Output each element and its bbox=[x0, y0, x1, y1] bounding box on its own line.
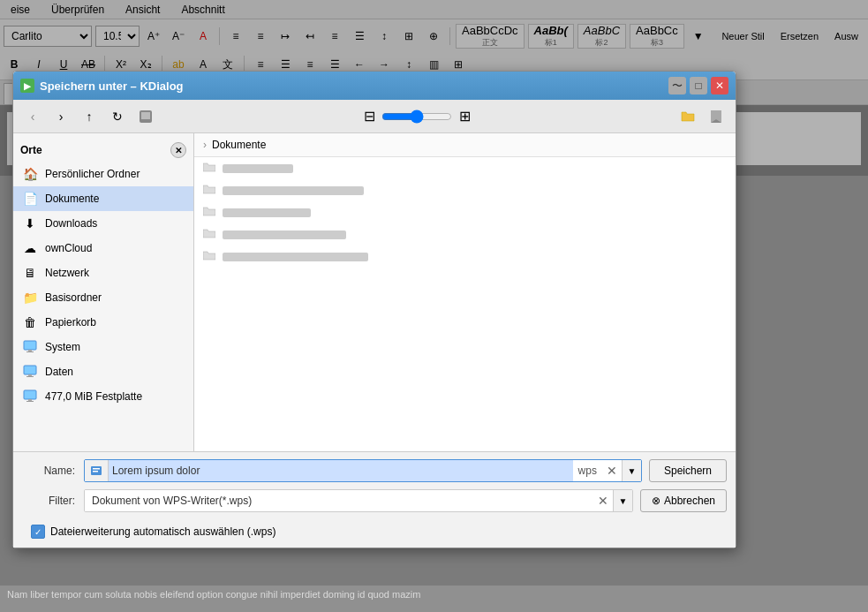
cancel-icon: ⊗ bbox=[652, 495, 660, 507]
sidebar-item-documents[interactable]: 📄 Dokumente bbox=[13, 186, 193, 211]
folder-icon-1 bbox=[203, 184, 215, 197]
sidebar-item-trash[interactable]: 🗑 Papierkorb bbox=[13, 310, 193, 335]
downloads-icon: ⬇ bbox=[22, 215, 38, 231]
zoom-slider-container: ⊟ ⊞ bbox=[162, 108, 672, 125]
dialog-title-text: Speichern unter – KDialog bbox=[40, 79, 184, 93]
data-icon bbox=[22, 364, 38, 380]
dialog-title-controls: 〜 □ ✕ bbox=[668, 77, 728, 94]
folder-icon-2 bbox=[203, 206, 215, 219]
new-folder-btn[interactable] bbox=[676, 104, 700, 129]
sidebar-item-home[interactable]: 🏠 Persönlicher Ordner bbox=[13, 162, 193, 186]
save-button[interactable]: Speichern bbox=[649, 459, 727, 482]
zoom-in-btn[interactable]: ⊞ bbox=[456, 108, 473, 125]
file-name-4 bbox=[223, 253, 368, 261]
dialog-app-icon: ▶ bbox=[20, 79, 34, 93]
save-dialog: ▶ Speichern unter – KDialog 〜 □ ✕ ‹ › ↑ … bbox=[12, 71, 736, 548]
file-name-3 bbox=[223, 230, 346, 239]
name-dropdown-btn[interactable]: ▼ bbox=[622, 460, 641, 481]
dialog-body: Orte ✕ 🏠 Persönlicher Ordner 📄 Dokumente… bbox=[13, 133, 736, 451]
filter-label: Filter: bbox=[22, 495, 84, 507]
breadcrumb-text: Dokumente bbox=[212, 139, 266, 151]
sidebar-item-base[interactable]: 📁 Basisordner bbox=[13, 285, 193, 310]
name-ext: wps bbox=[573, 465, 602, 477]
dialog-titlebar: ▶ Speichern unter – KDialog 〜 □ ✕ bbox=[13, 72, 736, 100]
auto-ext-checkbox[interactable]: ✓ bbox=[31, 525, 45, 539]
sidebar-label-base: Basisordner bbox=[45, 291, 102, 304]
sidebar-item-network[interactable]: 🖥 Netzwerk bbox=[13, 261, 193, 285]
sidebar-item-data[interactable]: Daten bbox=[13, 359, 193, 384]
file-item-1[interactable] bbox=[194, 179, 736, 201]
breadcrumb-arrow: › bbox=[203, 139, 207, 151]
documents-icon: 📄 bbox=[22, 191, 38, 207]
drive-icon bbox=[22, 389, 38, 404]
svg-rect-15 bbox=[93, 471, 98, 472]
cancel-button[interactable]: ⊗ Abbrechen bbox=[640, 489, 727, 512]
home-icon: 🏠 bbox=[22, 166, 38, 182]
refresh-btn[interactable]: ↻ bbox=[105, 104, 130, 129]
file-item-0[interactable] bbox=[194, 157, 736, 179]
sidebar-item-owncloud[interactable]: ☁ ownCloud bbox=[13, 236, 193, 261]
dialog-sidebar: Orte ✕ 🏠 Persönlicher Ordner 📄 Dokumente… bbox=[13, 133, 194, 451]
base-icon: 📁 bbox=[22, 290, 38, 306]
svg-rect-14 bbox=[93, 468, 100, 470]
svg-rect-4 bbox=[24, 341, 36, 350]
filter-row: Filter: ✕ ▼ ⊗ Abbrechen bbox=[22, 489, 727, 512]
name-input-group: wps ✕ ▼ bbox=[84, 459, 642, 482]
sidebar-item-system[interactable]: System bbox=[13, 335, 193, 359]
dialog-minimize-btn[interactable]: 〜 bbox=[668, 77, 686, 94]
sidebar-label-owncloud: ownCloud bbox=[45, 242, 92, 254]
folder-icon-0 bbox=[203, 162, 215, 175]
breadcrumb-bar: › Dokumente bbox=[194, 133, 736, 157]
forward-btn[interactable]: › bbox=[49, 104, 73, 129]
cloud-icon: ☁ bbox=[22, 240, 38, 256]
svg-rect-1 bbox=[141, 112, 150, 119]
preview-btn[interactable] bbox=[133, 104, 158, 129]
dialog-files: › Dokumente bbox=[194, 133, 736, 451]
up-btn[interactable]: ↑ bbox=[77, 104, 102, 129]
svg-rect-8 bbox=[28, 374, 32, 376]
auto-ext-label: Dateierweiterung automatisch auswählen (… bbox=[50, 525, 275, 538]
dialog-maximize-btn[interactable]: □ bbox=[690, 77, 707, 94]
svg-rect-7 bbox=[24, 366, 36, 374]
trash-icon: 🗑 bbox=[22, 314, 38, 330]
cancel-label: Abbrechen bbox=[664, 495, 715, 507]
file-name-2 bbox=[223, 208, 311, 217]
sidebar-header: Orte ✕ bbox=[13, 139, 193, 162]
sidebar-label-drive: 477,0 MiB Festplatte bbox=[45, 390, 142, 403]
svg-rect-10 bbox=[24, 390, 36, 399]
system-icon bbox=[22, 339, 38, 355]
checkbox-row: ✓ Dateierweiterung automatisch auswählen… bbox=[22, 519, 727, 540]
sidebar-label-trash: Papierkorb bbox=[45, 316, 96, 329]
name-clear-btn[interactable]: ✕ bbox=[602, 461, 622, 480]
file-name-1 bbox=[223, 186, 364, 195]
file-item-4[interactable] bbox=[194, 246, 736, 268]
dialog-toolbar: ‹ › ↑ ↻ ⊟ ⊞ bbox=[13, 100, 736, 133]
svg-rect-5 bbox=[28, 350, 32, 351]
sidebar-item-drive[interactable]: 477,0 MiB Festplatte bbox=[13, 384, 193, 409]
zoom-slider[interactable] bbox=[381, 110, 452, 124]
sidebar-title: Orte bbox=[20, 144, 42, 156]
sidebar-label-home: Persönlicher Ordner bbox=[45, 168, 140, 180]
page-text: Nam liber tempor cum soluta nobis eleife… bbox=[0, 586, 868, 612]
name-input[interactable] bbox=[109, 460, 573, 481]
zoom-out-btn[interactable]: ⊟ bbox=[360, 108, 378, 125]
network-icon: 🖥 bbox=[22, 265, 38, 281]
filter-clear-btn[interactable]: ✕ bbox=[593, 491, 613, 510]
svg-rect-6 bbox=[26, 351, 34, 352]
dialog-close-btn[interactable]: ✕ bbox=[711, 77, 728, 94]
sidebar-close-btn[interactable]: ✕ bbox=[170, 142, 186, 158]
filter-input[interactable] bbox=[85, 490, 593, 511]
filter-dropdown-btn[interactable]: ▼ bbox=[613, 490, 632, 511]
svg-rect-12 bbox=[26, 401, 34, 402]
file-item-3[interactable] bbox=[194, 223, 736, 246]
bookmarks-btn[interactable] bbox=[704, 104, 728, 129]
sidebar-label-system: System bbox=[45, 341, 80, 353]
folder-icon-3 bbox=[203, 228, 215, 241]
name-row: Name: wps ✕ ▼ Speichern bbox=[22, 459, 727, 482]
folder-icon-4 bbox=[203, 250, 215, 263]
file-item-2[interactable] bbox=[194, 201, 736, 223]
sidebar-label-documents: Dokumente bbox=[45, 193, 99, 205]
sidebar-label-data: Daten bbox=[45, 366, 73, 378]
sidebar-item-downloads[interactable]: ⬇ Downloads bbox=[13, 211, 193, 236]
back-btn[interactable]: ‹ bbox=[20, 104, 45, 129]
